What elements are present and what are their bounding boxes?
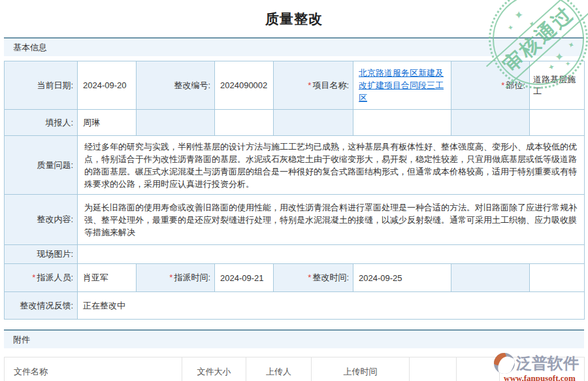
fanpu-logo-top: 泛普软件	[494, 353, 585, 374]
label-feedback-text: 整改情况反馈:	[20, 301, 73, 310]
label-site-photo-text: 现场图片:	[37, 249, 73, 259]
value-assignee: 肖亚军	[78, 264, 137, 292]
label-rectify-content-text: 整改内容:	[37, 214, 73, 224]
value-reporter: 周琳	[78, 110, 137, 136]
header-empty	[410, 357, 457, 381]
value-site-photo	[78, 245, 585, 264]
label-site-photo: 现场图片:	[5, 245, 78, 264]
label-quality-problem-text: 质量问题:	[37, 160, 73, 170]
fanpu-logo-text: 泛普软件	[516, 353, 579, 374]
label-quality-problem: 质量问题:	[5, 136, 78, 195]
label-current-date: 当前日期:	[5, 61, 78, 110]
label-rectify-content: 整改内容:	[5, 195, 78, 245]
basic-info-section-header: 基本信息	[4, 37, 584, 56]
fanpu-logo-icon	[494, 353, 515, 374]
row-quality-problem: 质量问题: 经过多年的研究与实践，半刚性基层的设计方法与施工工艺均已成熟，这种基…	[5, 136, 585, 195]
label-rectify-no-text: 整改编号:	[174, 80, 210, 90]
page-header: 质量整改	[0, 0, 588, 37]
label-part: *部位:	[451, 61, 530, 110]
label-assign-time: *指派时间:	[137, 264, 215, 292]
attachments-section-title: 附件	[13, 334, 30, 346]
value-current-date: 2024-09-20	[78, 61, 137, 110]
empty-label-cell	[451, 264, 530, 292]
attachments-section-header: 附件	[4, 329, 584, 348]
row-site-photo: 现场图片:	[5, 245, 585, 264]
label-project-name: *项目名称:	[274, 61, 353, 110]
required-asterisk: *	[32, 273, 35, 282]
header-empty	[457, 357, 500, 381]
required-asterisk: *	[501, 80, 504, 90]
row-feedback: 整改情况反馈: 正在整改中	[5, 292, 585, 320]
row-reporter: 填报人: 周琳	[5, 110, 585, 136]
row-date-no-project-part: 当前日期: 2024-09-20 整改编号: 2024090002 *项目名称:…	[5, 61, 585, 110]
fanpu-logo: 泛普软件 www.fanpusoft.com	[494, 353, 585, 381]
empty-value-cell	[215, 110, 274, 136]
basic-info-table: 当前日期: 2024-09-20 整改编号: 2024090002 *项目名称:…	[4, 61, 585, 320]
project-name-link[interactable]: 北京路道服务区新建及改扩建项目合同段三工区	[359, 68, 444, 103]
value-rectify-content: 为延长旧路面的使用寿命或改善旧路面的使用性能，用改性沥青混合料进行罩面处理是一种…	[78, 195, 585, 245]
label-reporter-text: 填报人:	[45, 118, 73, 127]
value-feedback: 正在整改中	[78, 292, 585, 320]
header-uploader: 上传人	[246, 357, 312, 381]
row-assignee-times: *指派人员: 肖亚军 *指派时间: 2024-09-21 *整改时间: 2024…	[5, 264, 585, 292]
empty-value-cell	[530, 264, 585, 292]
label-project-name-text: 项目名称:	[312, 80, 349, 90]
header-upload-time: 上传时间	[312, 357, 410, 381]
label-rectify-time-text: 整改时间:	[312, 273, 349, 282]
required-asterisk: *	[308, 273, 311, 282]
value-quality-problem: 经过多年的研究与实践，半刚性基层的设计方法与施工工艺均已成熟，这种基层具有板体性…	[78, 136, 585, 195]
value-project-name: 北京路道服务区新建及改扩建项目合同段三工区	[353, 61, 451, 110]
empty-label-cell	[451, 110, 530, 136]
empty-label-cell	[137, 110, 215, 136]
fanpu-logo-url: www.fanpusoft.com	[494, 373, 585, 381]
label-assignee: *指派人员:	[5, 264, 78, 292]
empty-value-cell	[353, 110, 451, 136]
label-assignee-text: 指派人员:	[37, 273, 73, 282]
label-feedback: 整改情况反馈:	[5, 292, 78, 320]
header-file-name: 文件名称	[5, 357, 182, 381]
label-rectify-time: *整改时间:	[274, 264, 353, 292]
required-asterisk: *	[169, 273, 172, 282]
header-file-size: 文件大小	[182, 357, 246, 381]
row-rectify-content: 整改内容: 为延长旧路面的使用寿命或改善旧路面的使用性能，用改性沥青混合料进行罩…	[5, 195, 585, 245]
empty-label-cell	[274, 110, 353, 136]
value-rectify-time: 2024-09-25	[353, 264, 451, 292]
value-part: 道路基层施工	[530, 61, 585, 110]
value-rectify-no: 2024090002	[215, 61, 274, 110]
label-reporter: 填报人:	[5, 110, 78, 136]
basic-info-section-title: 基本信息	[13, 42, 47, 54]
page-title: 质量整改	[265, 10, 323, 28]
required-asterisk: *	[308, 80, 311, 90]
label-part-text: 部位:	[506, 80, 525, 90]
label-assign-time-text: 指派时间:	[174, 273, 210, 282]
label-rectify-no: 整改编号:	[137, 61, 215, 110]
empty-value-cell	[530, 110, 585, 136]
label-current-date-text: 当前日期:	[37, 80, 73, 90]
value-assign-time: 2024-09-21	[215, 264, 274, 292]
